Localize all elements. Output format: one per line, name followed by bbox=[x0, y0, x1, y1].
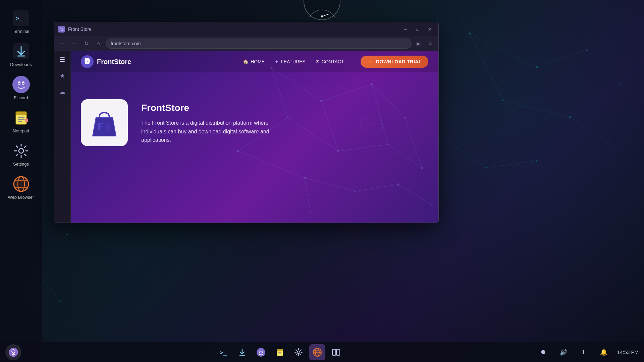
sidebar-menu-icon[interactable]: ☰ bbox=[57, 54, 68, 65]
taskbar: >_ bbox=[0, 342, 644, 362]
svg-point-85 bbox=[257, 348, 265, 357]
taskbar-record[interactable]: ⏺ bbox=[535, 344, 551, 360]
svg-point-89 bbox=[262, 351, 263, 352]
browser-favicon: 🛍 bbox=[58, 26, 65, 33]
url-text: frontstore.com bbox=[111, 41, 141, 46]
website-navbar: FrontStore 🏠 HOME ✦ FEATURES ✉ CONTACT 🔸 bbox=[71, 51, 438, 72]
features-nav-label: FEATURES bbox=[281, 59, 306, 64]
back-button[interactable]: ← bbox=[57, 39, 67, 48]
web-browser-icon bbox=[12, 175, 30, 193]
svg-line-60 bbox=[305, 178, 311, 218]
taskbar-notepad[interactable] bbox=[272, 344, 288, 360]
clock-widget bbox=[304, 0, 340, 20]
svg-rect-32 bbox=[16, 112, 26, 115]
svg-line-46 bbox=[322, 14, 329, 16]
logo-text: FrontStore bbox=[97, 58, 131, 66]
fiscord-icon bbox=[12, 76, 30, 93]
home-nav-label: HOME bbox=[251, 59, 265, 64]
taskbar-time: 14:53 PM bbox=[617, 349, 639, 355]
browser-window: 🛍 Front Store – □ ✕ ← → ↻ ⌂ frontstore.c… bbox=[54, 22, 439, 223]
svg-rect-101 bbox=[332, 349, 336, 355]
maximize-button[interactable]: □ bbox=[413, 24, 422, 34]
taskbar-right: ⏺ 🔊 ⬆ 🔔 14:53 PM bbox=[535, 344, 639, 360]
left-sidebar: >_ Terminal Downloads Fisco bbox=[0, 0, 42, 362]
svg-point-75 bbox=[431, 204, 432, 205]
features-nav-icon: ✦ bbox=[275, 59, 279, 64]
svg-point-94 bbox=[297, 351, 300, 354]
nav-features[interactable]: ✦ FEATURES bbox=[275, 59, 306, 64]
home-button[interactable]: ⌂ bbox=[94, 39, 103, 48]
svg-point-70 bbox=[421, 167, 423, 169]
sidebar-item-fiscord[interactable]: Fiscord bbox=[4, 73, 38, 103]
logo-icon bbox=[81, 55, 94, 68]
close-button[interactable]: ✕ bbox=[425, 24, 434, 34]
minimize-button[interactable]: – bbox=[401, 24, 410, 34]
taskbar-browser[interactable] bbox=[309, 344, 325, 360]
svg-point-47 bbox=[321, 15, 323, 17]
forward-button[interactable]: → bbox=[69, 39, 79, 48]
hero-text-block: FrontStore The Front Store is a digital … bbox=[141, 99, 282, 144]
notepad-icon bbox=[12, 109, 30, 126]
reload-button[interactable]: ↻ bbox=[82, 39, 91, 48]
taskbar-panels[interactable] bbox=[328, 344, 344, 360]
address-bar-actions: ▶| ☆ bbox=[414, 39, 435, 48]
svg-text:𝔽: 𝔽 bbox=[97, 122, 103, 132]
settings-label: Settings bbox=[13, 162, 29, 167]
svg-rect-91 bbox=[277, 349, 283, 351]
svg-point-29 bbox=[18, 83, 20, 84]
svg-line-59 bbox=[398, 184, 432, 204]
sidebar-favorites-icon[interactable]: ★ bbox=[57, 70, 68, 81]
svg-point-80 bbox=[9, 348, 18, 357]
sidebar-item-downloads[interactable]: Downloads bbox=[4, 40, 38, 70]
taskbar-center: >_ bbox=[24, 344, 535, 360]
taskbar-bell[interactable]: 🔔 bbox=[596, 344, 612, 360]
svg-text:>_: >_ bbox=[220, 349, 227, 356]
taskbar-podcast-icon[interactable] bbox=[5, 344, 21, 360]
taskbar-volume[interactable]: 🔊 bbox=[555, 344, 572, 360]
terminal-icon: >_ bbox=[12, 9, 30, 27]
terminal-label: Terminal bbox=[13, 29, 29, 34]
sidebar-item-terminal[interactable]: >_ Terminal bbox=[4, 7, 38, 37]
url-bar[interactable]: frontstore.com bbox=[106, 39, 412, 49]
hero-title: FrontStore bbox=[141, 103, 282, 113]
home-nav-icon: 🏠 bbox=[243, 59, 249, 64]
svg-text:S: S bbox=[105, 123, 110, 132]
svg-point-26 bbox=[12, 76, 30, 93]
taskbar-downloads[interactable] bbox=[234, 344, 250, 360]
contact-nav-icon: ✉ bbox=[316, 59, 320, 64]
web-browser-label: Web Browser bbox=[8, 195, 34, 200]
contact-nav-label: CONTACT bbox=[322, 59, 344, 64]
address-bar-row: ← → ↻ ⌂ frontstore.com ▶| ☆ bbox=[54, 36, 438, 51]
download-btn-label: DOWNLOAD TRIAL bbox=[376, 59, 422, 64]
browser-title-bar: 🛍 Front Store – □ ✕ bbox=[54, 22, 438, 36]
frontstore-hero-logo: 𝔽 S bbox=[88, 106, 121, 139]
download-trial-button[interactable]: 🔸 DOWNLOAD TRIAL bbox=[361, 56, 428, 68]
svg-point-88 bbox=[259, 351, 260, 352]
svg-text:>_: >_ bbox=[16, 15, 22, 21]
taskbar-fiscord[interactable] bbox=[253, 344, 269, 360]
sidebar-cloud-icon[interactable]: ☁ bbox=[57, 86, 68, 97]
browser-title: Front Store bbox=[68, 26, 397, 32]
sidebar-item-notepad[interactable]: Notepad bbox=[4, 106, 38, 136]
svg-rect-36 bbox=[24, 118, 29, 122]
svg-point-38 bbox=[19, 148, 23, 153]
taskbar-left bbox=[5, 344, 24, 360]
extension-button[interactable]: ▶| bbox=[414, 39, 424, 48]
nav-contact[interactable]: ✉ CONTACT bbox=[316, 59, 344, 64]
nav-home[interactable]: 🏠 HOME bbox=[243, 59, 265, 64]
bookmark-button[interactable]: ☆ bbox=[426, 39, 435, 48]
downloads-label: Downloads bbox=[10, 62, 32, 67]
notepad-label: Notepad bbox=[13, 128, 29, 133]
website-hero: 𝔽 S FrontStore The Front Store is a digi… bbox=[71, 72, 438, 156]
svg-point-30 bbox=[22, 83, 24, 84]
taskbar-share[interactable]: ⬆ bbox=[576, 344, 592, 360]
website-logo[interactable]: FrontStore bbox=[81, 55, 243, 68]
hero-icon-container: 𝔽 S bbox=[81, 99, 128, 146]
fiscord-label: Fiscord bbox=[14, 95, 28, 100]
sidebar-item-settings[interactable]: Settings bbox=[4, 139, 38, 169]
taskbar-terminal[interactable]: >_ bbox=[215, 344, 231, 360]
sidebar-item-web-browser[interactable]: Web Browser bbox=[4, 173, 38, 202]
browser-sidebar: ☰ ★ ☁ bbox=[54, 51, 71, 223]
svg-point-74 bbox=[397, 183, 399, 185]
taskbar-settings[interactable] bbox=[290, 344, 307, 360]
